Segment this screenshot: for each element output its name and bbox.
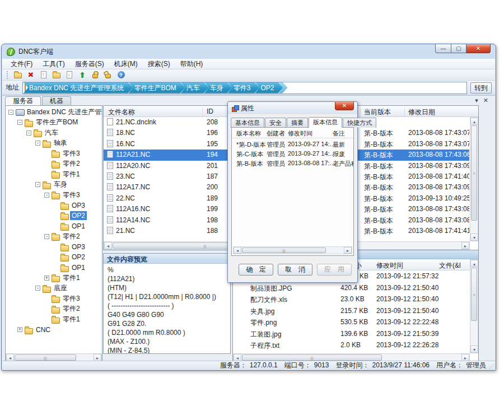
tree-node[interactable]: 零件2	[6, 304, 102, 315]
related-file-row[interactable]: 零件.png 530.5 KB 2013-09-12 22:22:48	[233, 316, 470, 328]
menu-item[interactable]: 文件(F)	[6, 58, 38, 70]
export-folder-icon[interactable]	[52, 71, 61, 80]
go-button[interactable]: 转到	[470, 82, 492, 94]
version-row[interactable]: 第-C-版本 管理员 2013-09-27 14:... 报废	[232, 148, 353, 158]
view-tab[interactable]: 机器	[42, 96, 71, 105]
tree-node[interactable]: - 车身	[6, 180, 102, 190]
tree-node[interactable]: - 零件3	[6, 190, 102, 200]
related-file-row[interactable]: 配刀文件.xls 23.0 KB 2013-09-12 21:50:40	[233, 293, 470, 305]
dialog-horizontal-scrollbar[interactable]: ◂ ||| ▸	[233, 246, 352, 254]
cancel-button[interactable]: 取 消	[278, 264, 312, 276]
breadcrumb-segment[interactable]: 零件3	[228, 82, 260, 94]
tree-expander-icon[interactable]: -	[35, 141, 40, 146]
menu-item[interactable]: 搜索(S)	[143, 58, 175, 70]
dialog-tab[interactable]: 基本信息	[231, 118, 264, 128]
tree-expander-icon[interactable]: -	[8, 110, 13, 115]
file-icon	[107, 227, 113, 234]
upload-icon[interactable]: ⬆	[78, 71, 87, 80]
tree-expander-icon[interactable]: -	[17, 120, 22, 125]
delete-icon[interactable]: ✖	[26, 71, 35, 80]
tree-expander-icon[interactable]: +	[44, 276, 49, 281]
menu-item[interactable]: 工具(T)	[38, 58, 69, 70]
apply-button[interactable]: 应 用	[317, 264, 352, 276]
tree-node[interactable]: + 零件1	[6, 273, 102, 283]
tree-node-label: 零件生产BOM	[34, 117, 80, 128]
view-tab[interactable]: 服务器	[5, 96, 41, 105]
dialog-close-button[interactable]: ✕	[335, 102, 354, 110]
tree-expander-icon[interactable]: -	[44, 234, 49, 239]
help-icon[interactable]: ?	[116, 71, 125, 80]
tree-node[interactable]: - 零件2	[6, 231, 102, 242]
tree-node[interactable]: OP3	[6, 242, 102, 253]
tree-node-label: 轴承	[52, 138, 69, 148]
tree-node[interactable]: + CNC	[6, 325, 102, 335]
tree-node[interactable]: OP2	[6, 252, 102, 263]
column-file-name[interactable]: 文件名称	[108, 108, 135, 117]
tree-node[interactable]: - 零件生产BOM	[6, 118, 102, 128]
lock-icon[interactable]	[91, 71, 100, 80]
version-row[interactable]: 第-B-版本 管理员 2013-08-08 17:... 老产品程序	[232, 158, 353, 167]
dialog-tab[interactable]: 安全	[265, 118, 286, 128]
dialog-tab[interactable]: 摘要	[287, 118, 308, 128]
tree-expander-icon[interactable]: +	[17, 327, 22, 332]
title-bar[interactable]: DNC客户端	[2, 44, 496, 59]
minimize-button[interactable]: —	[435, 44, 451, 53]
breadcrumb-segment[interactable]: Bandex DNC 先进生产管理系统	[24, 82, 133, 94]
tree-node[interactable]: 零件2	[6, 159, 102, 170]
unlock-icon[interactable]	[104, 71, 113, 80]
menu-item[interactable]: 机床(M)	[109, 58, 143, 70]
tree-node-icon	[43, 284, 52, 292]
tree-node[interactable]: - 汽车	[6, 128, 102, 138]
tree-expander-icon[interactable]: -	[35, 182, 40, 187]
tree-node[interactable]: 零件1	[6, 169, 102, 180]
import-file-icon[interactable]: ↑	[39, 71, 48, 80]
close-button[interactable]: ✕	[466, 44, 491, 53]
tree-node[interactable]: 零件3	[6, 293, 102, 304]
column-modified-time[interactable]: 修改时间	[288, 129, 312, 138]
column-creator[interactable]: 创建者	[267, 129, 285, 138]
column-modified-date[interactable]: 修改日期	[408, 108, 435, 117]
related-file-row[interactable]: 制品顶图.JPG 420.4 KB 2013-09-12 21:50:40	[233, 282, 470, 294]
tree-node[interactable]: OP1	[6, 263, 102, 273]
file-list-vertical-scrollbar[interactable]: ▴ ≡ ▾	[470, 117, 478, 241]
tree-expander-icon[interactable]: -	[26, 130, 31, 136]
tree-node[interactable]: - 轴承	[6, 138, 102, 149]
dialog-tab[interactable]: 版本信息	[309, 117, 342, 128]
ok-button[interactable]: 确 定	[239, 264, 273, 276]
tree-node-icon	[60, 222, 70, 230]
tree-node[interactable]: OP3	[6, 200, 102, 211]
column-note[interactable]: 备注	[333, 129, 345, 138]
dialog-tab[interactable]: 快捷方式	[343, 118, 376, 128]
breadcrumb[interactable]: Bandex DNC 先进生产管理系统零件生产BOM汽车车身零件3OP2	[22, 82, 467, 94]
version-table-header[interactable]: 版本名称 创建者 修改时间 备注	[232, 128, 353, 138]
toolbar-grip[interactable]	[7, 71, 8, 79]
related-file-row[interactable]: 工装图.jpg 139.6 KB 2013-09-12 21:50:39	[233, 328, 470, 340]
column-version-name[interactable]: 版本名称	[236, 129, 261, 138]
version-row[interactable]: *第-D-版本 管理员 2013-09-27 14:... 最新	[232, 139, 353, 148]
related-file-name: 制品顶图.JPG	[250, 284, 292, 293]
resize-grip[interactable]: ⋰	[489, 363, 494, 369]
menu-item[interactable]: 服务器(S)	[70, 58, 109, 70]
tree-node[interactable]: OP2	[6, 211, 102, 221]
related-file-row[interactable]: 子程序.txt 2.0 KB 2013-09-12 22:26:28	[233, 339, 470, 351]
related-vertical-scrollbar[interactable]: ▴ ≡ ▾	[470, 259, 478, 353]
column-modified-time[interactable]: 修改时间	[376, 261, 403, 270]
tree-expander-icon[interactable]: -	[44, 193, 49, 198]
close-panel-icon[interactable]: ✕	[483, 97, 488, 104]
tree-node[interactable]: - Bandex DNC 先进生产管理系统	[6, 107, 102, 118]
maximize-button[interactable]: ▢	[451, 44, 466, 53]
chevron-down-icon[interactable]: ▾	[475, 97, 478, 104]
menu-item[interactable]: 帮助(H)	[175, 58, 208, 70]
column-current-version[interactable]: 当前版本	[364, 108, 391, 117]
related-file-row[interactable]: 夹具.jpg 215.7 KB 2013-09-12 21:50:40	[233, 305, 470, 317]
tree-node[interactable]: - 底座	[6, 283, 102, 294]
column-file[interactable]: 文件(&l	[439, 261, 461, 270]
column-id[interactable]: ID	[207, 108, 213, 115]
check-in-file-icon[interactable]: ↓	[65, 71, 74, 80]
tree-node[interactable]: 零件3	[6, 148, 102, 159]
tree-node[interactable]: 零件1	[6, 314, 102, 325]
new-folder-icon[interactable]	[13, 71, 22, 80]
tree-node[interactable]: OP1	[6, 221, 102, 232]
breadcrumb-segment[interactable]: 零件生产BOM	[128, 82, 185, 94]
tree-expander-icon[interactable]: -	[35, 286, 40, 291]
